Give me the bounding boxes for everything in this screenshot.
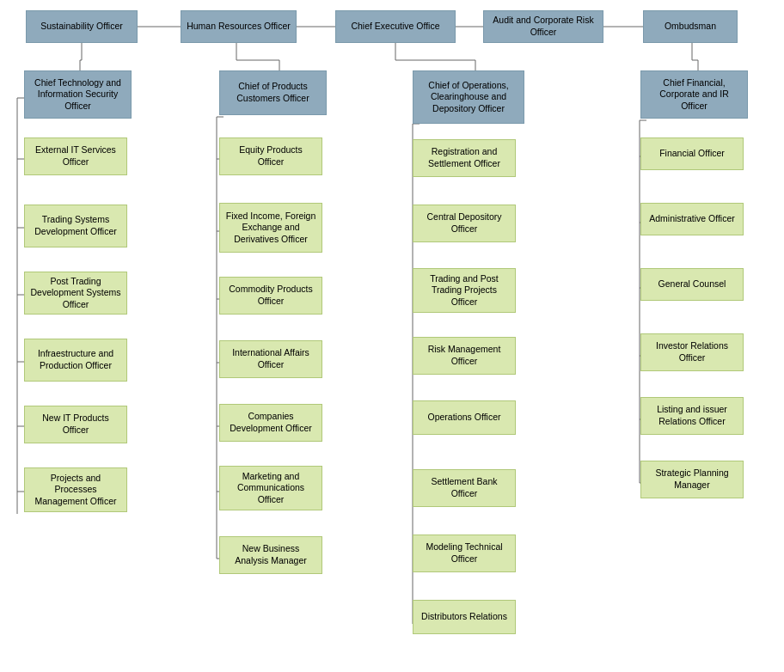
- investor-relations: Investor Relations Officer: [640, 333, 744, 371]
- equity-products: Equity Products Officer: [219, 137, 322, 175]
- general-counsel: General Counsel: [640, 268, 744, 301]
- post-trading: Post Trading Development Systems Officer: [24, 272, 127, 315]
- modeling-technical: Modeling Technical Officer: [413, 535, 516, 572]
- settlement-bank: Settlement Bank Officer: [413, 469, 516, 507]
- cpo: Chief of Products Customers Officer: [219, 70, 327, 115]
- trading-systems: Trading Systems Development Officer: [24, 205, 127, 247]
- new-it-products: New IT Products Officer: [24, 406, 127, 443]
- sustainability-officer: Sustainability Officer: [26, 10, 138, 43]
- risk-management: Risk Management Officer: [413, 337, 516, 375]
- intl-affairs: International Affairs Officer: [219, 340, 322, 378]
- financial-officer: Financial Officer: [640, 137, 744, 170]
- cto: Chief Technology and Information Securit…: [24, 70, 132, 119]
- distributors-relations: Distributors Relations: [413, 600, 516, 634]
- companies-dev: Companies Development Officer: [219, 404, 322, 442]
- projects-processes: Projects and Processes Management Office…: [24, 467, 127, 512]
- admin-officer: Administrative Officer: [640, 203, 744, 235]
- operations-officer: Operations Officer: [413, 400, 516, 435]
- ceo: Chief Executive Office: [335, 10, 456, 43]
- fixed-income: Fixed Income, Foreign Exchange and Deriv…: [219, 203, 322, 253]
- central-depository: Central Depository Officer: [413, 205, 516, 242]
- human-resources-officer: Human Resources Officer: [181, 10, 297, 43]
- ombudsman: Ombudsman: [643, 10, 738, 43]
- coo: Chief of Operations, Clearinghouse and D…: [413, 70, 524, 124]
- strategic-planning: Strategic Planning Manager: [640, 461, 744, 498]
- marketing-comms: Marketing and Communications Officer: [219, 466, 322, 510]
- ext-it-services: External IT Services Officer: [24, 137, 127, 175]
- cfo: Chief Financial, Corporate and IR Office…: [640, 70, 748, 119]
- registration-settlement: Registration and Settlement Officer: [413, 139, 516, 177]
- infra-production: Infraestructure and Production Officer: [24, 339, 127, 382]
- audit-officer: Audit and Corporate Risk Officer: [483, 10, 603, 43]
- commodity-products: Commodity Products Officer: [219, 277, 322, 315]
- listing-issuer: Listing and issuer Relations Officer: [640, 397, 744, 435]
- new-business: New Business Analysis Manager: [219, 536, 322, 574]
- trading-post-projects: Trading and Post Trading Projects Office…: [413, 268, 516, 313]
- org-chart: Sustainability Officer Human Resources O…: [0, 0, 784, 17]
